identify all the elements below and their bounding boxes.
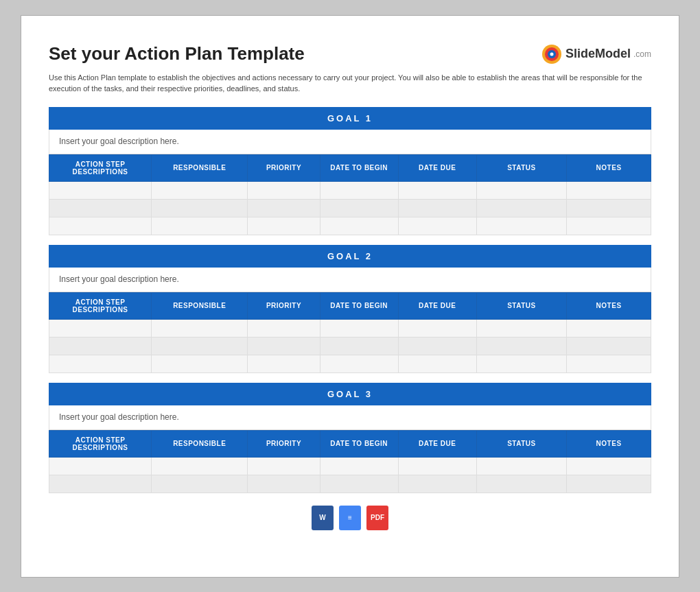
table-row (49, 355, 651, 372)
col-header-responsible: RESPONSIBLE (152, 430, 248, 457)
col-header-status: STATUS (476, 430, 567, 457)
col-header-date-due: DATE DUE (398, 292, 476, 319)
col-header-date-begin: DATE TO BEGIN (320, 292, 398, 319)
cell (49, 319, 152, 337)
cell (152, 181, 248, 199)
col-header-priority: PRIORITY (248, 292, 320, 319)
cell (567, 181, 651, 199)
goal-2-header: GOAL 2 (49, 245, 651, 268)
col-header-notes: NOTES (567, 154, 651, 181)
logo-icon (541, 43, 563, 65)
cell (320, 457, 398, 475)
cell (398, 355, 476, 372)
page: Set your Action Plan Template SlideModel… (21, 15, 679, 578)
cell (567, 337, 651, 355)
goal-1-header: GOAL 1 (49, 107, 651, 130)
cell (320, 181, 398, 199)
table-row (49, 457, 651, 475)
cell (320, 475, 398, 493)
pdf-icon[interactable]: PDF (366, 506, 388, 530)
cell (476, 355, 567, 372)
cell (567, 475, 651, 493)
cell (152, 199, 248, 217)
cell (248, 337, 320, 355)
col-header-responsible: RESPONSIBLE (152, 154, 248, 181)
col-header-action: ACTION STEP DESCRIPTIONS (49, 154, 152, 181)
cell (398, 457, 476, 475)
col-header-date-begin: DATE TO BEGIN (320, 154, 398, 181)
col-header-date-begin: DATE TO BEGIN (320, 430, 398, 457)
word-label: W (319, 514, 325, 521)
word-icon[interactable]: W (312, 506, 334, 530)
col-header-notes: NOTES (567, 430, 651, 457)
col-header-date-due: DATE DUE (398, 154, 476, 181)
col-header-action: ACTION STEP DESCRIPTIONS (49, 430, 152, 457)
cell (320, 199, 398, 217)
goal-2-description: Insert your goal description here. (49, 268, 651, 292)
table-row (49, 181, 651, 199)
logo: SlideModel.com (541, 43, 651, 65)
col-header-status: STATUS (476, 292, 567, 319)
cell (248, 457, 320, 475)
col-header-status: STATUS (476, 154, 567, 181)
cell (248, 355, 320, 372)
cell (320, 337, 398, 355)
col-header-priority: PRIORITY (248, 154, 320, 181)
col-header-priority: PRIORITY (248, 430, 320, 457)
goal-2-table: ACTION STEP DESCRIPTIONS RESPONSIBLE PRI… (49, 292, 651, 373)
cell (476, 199, 567, 217)
cell (49, 199, 152, 217)
cell (398, 181, 476, 199)
cell (320, 217, 398, 235)
cell (152, 337, 248, 355)
cell (320, 355, 398, 372)
cell (152, 217, 248, 235)
table-row (49, 319, 651, 337)
goal-3-table: ACTION STEP DESCRIPTIONS RESPONSIBLE PRI… (49, 430, 651, 493)
cell (152, 457, 248, 475)
table-row (49, 475, 651, 493)
cell (248, 199, 320, 217)
cell (476, 475, 567, 493)
pdf-label: PDF (371, 514, 384, 521)
cell (49, 217, 152, 235)
cell (567, 457, 651, 475)
cell (49, 355, 152, 372)
cell (476, 457, 567, 475)
cell (398, 217, 476, 235)
description-text: Use this Action Plan template to establi… (49, 72, 651, 95)
cell (49, 337, 152, 355)
footer-icons: W ≡ PDF (49, 506, 651, 530)
goal-1-table: ACTION STEP DESCRIPTIONS RESPONSIBLE PRI… (49, 154, 651, 235)
cell (567, 217, 651, 235)
cell (152, 319, 248, 337)
table-row (49, 337, 651, 355)
cell (476, 217, 567, 235)
cell (567, 319, 651, 337)
col-header-action: ACTION STEP DESCRIPTIONS (49, 292, 152, 319)
goal-3-header: GOAL 3 (49, 383, 651, 405)
cell (567, 355, 651, 372)
cell (476, 181, 567, 199)
header: Set your Action Plan Template SlideModel… (49, 43, 651, 65)
goal-3-section: GOAL 3 Insert your goal description here… (49, 383, 651, 493)
svg-point-3 (550, 52, 553, 56)
cell (398, 337, 476, 355)
logo-dot: .com (633, 49, 651, 59)
doc-label: ≡ (348, 514, 352, 521)
goal-1-description: Insert your goal description here. (49, 130, 651, 154)
cell (248, 181, 320, 199)
goal-1-section: GOAL 1 Insert your goal description here… (49, 107, 651, 235)
cell (248, 475, 320, 493)
cell (567, 199, 651, 217)
doc-icon[interactable]: ≡ (339, 506, 361, 530)
col-header-notes: NOTES (567, 292, 651, 319)
cell (248, 319, 320, 337)
table-row (49, 199, 651, 217)
cell (49, 181, 152, 199)
cell (398, 475, 476, 493)
cell (476, 319, 567, 337)
col-header-responsible: RESPONSIBLE (152, 292, 248, 319)
page-title: Set your Action Plan Template (49, 43, 305, 64)
goal-3-description: Insert your goal description here. (49, 405, 651, 430)
